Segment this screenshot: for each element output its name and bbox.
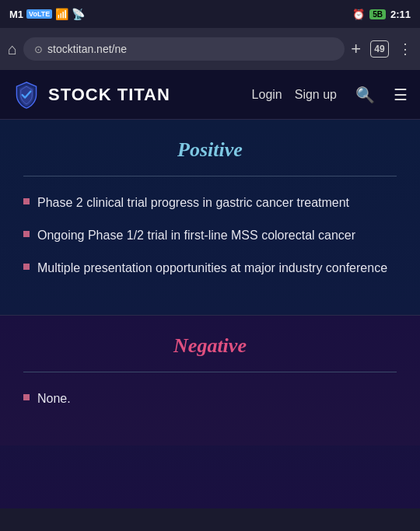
logo-icon [12, 81, 40, 109]
positive-divider [23, 176, 397, 176]
status-right: ⏰ 5B 2:11 [352, 9, 411, 20]
more-options-icon[interactable]: ⋮ [398, 40, 412, 58]
status-bar: M1 VoLTE 📶 📡 ⏰ 5B 2:11 [0, 0, 420, 28]
negative-item-1: None. [37, 390, 71, 408]
negative-title: Negative [23, 334, 397, 358]
browser-bar: ⌂ ⊙ stocktitan.net/ne + 49 ⋮ [0, 28, 420, 70]
home-icon[interactable]: ⌂ [8, 40, 17, 58]
positive-list: Phase 2 clinical trial progress in gastr… [23, 194, 397, 278]
new-tab-icon[interactable]: + [351, 39, 361, 59]
positive-item-1: Phase 2 clinical trial progress in gastr… [37, 194, 349, 212]
search-icon[interactable]: 🔍 [355, 86, 375, 104]
positive-section: Positive Phase 2 clinical trial progress… [0, 120, 420, 315]
list-item: None. [23, 390, 397, 408]
positive-title: Positive [23, 138, 397, 162]
tab-count-badge[interactable]: 49 [370, 40, 389, 58]
negative-section: Negative None. [0, 315, 420, 445]
negative-list: None. [23, 390, 397, 408]
negative-divider [23, 372, 397, 372]
nav-bar: STOCK TITAN Login Sign up 🔍 ☰ [0, 70, 420, 120]
wifi-icon: 📡 [72, 8, 85, 20]
login-link[interactable]: Login [252, 88, 282, 102]
bullet-icon [23, 394, 30, 400]
address-text: stocktitan.net/ne [47, 43, 127, 55]
battery-icon: 5B [369, 9, 386, 19]
time-display: 2:11 [390, 9, 411, 20]
logo-text: STOCK TITAN [48, 85, 170, 105]
positive-item-2: Ongoing Phase 1/2 trial in first-line MS… [37, 226, 355, 245]
signup-link[interactable]: Sign up [295, 88, 337, 102]
bullet-icon [23, 198, 30, 204]
list-item: Multiple presentation opportunities at m… [23, 259, 397, 278]
alarm-icon: ⏰ [352, 9, 365, 20]
browser-actions: + 49 ⋮ [351, 39, 412, 59]
hamburger-icon[interactable]: ☰ [394, 86, 408, 104]
security-icon: ⊙ [34, 44, 43, 55]
list-item: Ongoing Phase 1/2 trial in first-line MS… [23, 226, 397, 245]
bullet-icon [23, 231, 30, 237]
positive-item-3: Multiple presentation opportunities at m… [37, 259, 387, 278]
logo-area: STOCK TITAN [12, 81, 252, 109]
carrier-label: M1 [9, 9, 23, 20]
signal-icon: 📶 [55, 8, 68, 20]
status-left: M1 VoLTE 📶 📡 [9, 8, 85, 20]
list-item: Phase 2 clinical trial progress in gastr… [23, 194, 397, 212]
nav-links: Login Sign up 🔍 ☰ [252, 86, 408, 104]
address-bar[interactable]: ⊙ stocktitan.net/ne [23, 37, 345, 61]
volte-badge: VoLTE [26, 9, 52, 19]
bullet-icon [23, 264, 30, 270]
main-content: Positive Phase 2 clinical trial progress… [0, 120, 420, 508]
